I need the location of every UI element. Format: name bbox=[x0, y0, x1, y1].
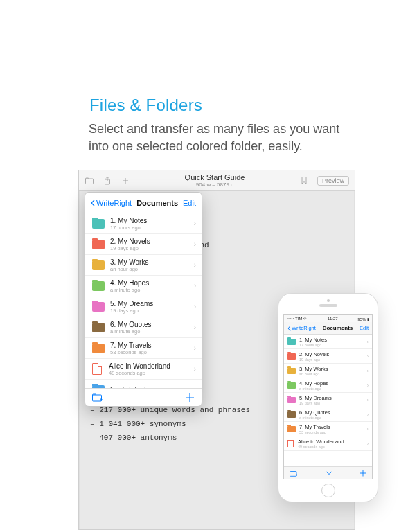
file-icon bbox=[287, 440, 294, 447]
folder-icon bbox=[287, 339, 296, 345]
new-folder-icon[interactable] bbox=[92, 393, 103, 402]
preview-button[interactable]: Preview bbox=[317, 176, 349, 186]
document-name: Alice in Wonderland bbox=[109, 362, 194, 370]
iphone-document-row[interactable]: 2. My Novels19 days ago› bbox=[284, 349, 372, 364]
iphone-document-row[interactable]: 5. My Dreams19 days ago› bbox=[284, 393, 372, 407]
document-row[interactable]: Alice in Wonderland49 seconds ago› bbox=[85, 359, 202, 380]
folder-icon bbox=[92, 281, 105, 291]
chevron-right-icon: › bbox=[194, 220, 196, 227]
document-meta: 17 hours ago bbox=[299, 343, 367, 347]
document-row[interactable]: English texts› bbox=[85, 380, 202, 388]
chevron-right-icon: › bbox=[194, 365, 196, 373]
chevron-down-icon[interactable] bbox=[325, 470, 333, 475]
chevron-right-icon: › bbox=[367, 398, 369, 402]
share-toolbar-icon[interactable] bbox=[103, 176, 112, 186]
iphone-document-row[interactable]: 4. My Hopesa minute ago› bbox=[284, 378, 372, 393]
folder-icon bbox=[287, 368, 296, 374]
edit-button[interactable]: Edit bbox=[183, 199, 196, 207]
folder-icon bbox=[287, 426, 296, 432]
iphone-document-row[interactable]: 1. My Notes17 hours ago› bbox=[284, 335, 372, 349]
folder-icon bbox=[92, 260, 105, 270]
folder-icon bbox=[287, 397, 296, 403]
document-name: 4. My Hopes bbox=[299, 380, 367, 387]
iphone-document-row[interactable]: Alice in Wonderland49 seconds ago› bbox=[284, 436, 372, 451]
iphone-document-row[interactable]: 6. My Quotesa minute ago› bbox=[284, 407, 372, 422]
iphone-screen: ••••• TIM ᯤ 11:27 95% ▮ WriteRight Docum… bbox=[283, 314, 373, 479]
iphone-document-list: 1. My Notes17 hours ago›2. My Novels19 d… bbox=[284, 335, 372, 466]
document-row[interactable]: 1. My Notes17 hours ago› bbox=[85, 213, 202, 234]
svg-rect-3 bbox=[290, 471, 297, 476]
document-row[interactable]: 4. My Hopesa minute ago› bbox=[85, 276, 202, 296]
chevron-right-icon: › bbox=[367, 339, 369, 344]
document-name: 3. My Works bbox=[299, 366, 367, 372]
status-bar: ••••• TIM ᯤ 11:27 95% ▮ bbox=[284, 315, 372, 322]
iphone-document-row[interactable]: 3. My Worksan hour ago› bbox=[284, 364, 372, 378]
document-name: 1. My Notes bbox=[299, 337, 367, 343]
iphone-nav: WriteRight Documents Edit bbox=[284, 322, 372, 335]
iphone-document-row[interactable]: 7. My Travels53 seconds ago› bbox=[284, 422, 372, 436]
document-meta: 19 days ago bbox=[299, 401, 367, 405]
document-meta: a minute ago bbox=[110, 287, 194, 293]
document-name: 5. My Dreams bbox=[299, 395, 367, 401]
iphone-new-folder-icon[interactable] bbox=[290, 470, 298, 477]
bookmark-toolbar-icon[interactable] bbox=[299, 176, 309, 186]
iphone-back-button[interactable]: WriteRight bbox=[287, 325, 316, 331]
chevron-right-icon: › bbox=[367, 427, 369, 432]
popover-title: Documents bbox=[136, 199, 178, 207]
document-row[interactable]: 5. My Dreams19 days ago› bbox=[85, 296, 202, 317]
chevron-right-icon: › bbox=[194, 344, 196, 352]
document-name: 6. My Quotes bbox=[299, 409, 367, 416]
documents-popover: WriteRight Documents Edit 1. My Notes17 … bbox=[85, 192, 202, 407]
iphone-footer bbox=[284, 466, 372, 479]
folder-icon bbox=[92, 302, 105, 312]
document-name: 1. My Notes bbox=[110, 217, 194, 224]
document-name: 7. My Travels bbox=[110, 342, 194, 349]
document-meta: 49 seconds ago bbox=[109, 370, 194, 376]
document-meta: 49 seconds ago bbox=[298, 445, 367, 449]
popover-header: WriteRight Documents Edit bbox=[85, 193, 202, 213]
chevron-right-icon: › bbox=[194, 323, 196, 331]
folder-toolbar-icon[interactable] bbox=[85, 176, 94, 186]
iphone-add-icon[interactable] bbox=[360, 470, 366, 477]
document-name: 3. My Works bbox=[110, 258, 194, 266]
folder-icon bbox=[92, 219, 105, 229]
add-icon[interactable] bbox=[185, 393, 195, 402]
chevron-right-icon: › bbox=[367, 412, 369, 417]
document-meta: 19 days ago bbox=[299, 357, 367, 362]
iphone-edit-button[interactable]: Edit bbox=[360, 325, 369, 331]
document-row[interactable]: 3. My Worksan hour ago› bbox=[85, 255, 202, 276]
back-label: WriteRight bbox=[96, 199, 132, 207]
folder-icon bbox=[287, 353, 296, 360]
document-name: 6. My Quotes bbox=[110, 321, 194, 328]
page-title: Files & Folders bbox=[89, 96, 202, 115]
document-name: Alice in Wonderland bbox=[298, 438, 367, 445]
chevron-right-icon: › bbox=[194, 240, 196, 248]
iphone-device: ••••• TIM ᯤ 11:27 95% ▮ WriteRight Docum… bbox=[278, 293, 378, 502]
document-meta: a minute ago bbox=[110, 328, 194, 335]
folder-icon bbox=[287, 382, 296, 389]
document-stats: 904 w – 5879 c bbox=[130, 181, 299, 188]
back-button[interactable]: WriteRight bbox=[91, 199, 132, 207]
document-meta: 19 days ago bbox=[110, 245, 194, 251]
file-icon bbox=[92, 363, 102, 375]
status-battery: 95% ▮ bbox=[357, 317, 369, 321]
document-title: Quick Start Guide bbox=[130, 173, 299, 181]
document-meta: a minute ago bbox=[299, 387, 367, 391]
document-meta: an hour ago bbox=[110, 266, 194, 272]
folder-icon bbox=[92, 344, 105, 353]
document-row[interactable]: 2. My Novels19 days ago› bbox=[85, 234, 202, 255]
document-row[interactable]: 6. My Quotesa minute ago› bbox=[85, 317, 202, 338]
add-toolbar-icon[interactable] bbox=[121, 176, 130, 186]
chevron-right-icon: › bbox=[194, 303, 196, 310]
folder-icon bbox=[92, 323, 105, 332]
chevron-right-icon: › bbox=[367, 369, 369, 373]
home-button[interactable] bbox=[321, 484, 335, 497]
document-row[interactable]: 7. My Travels53 seconds ago› bbox=[85, 338, 202, 359]
document-name: 4. My Hopes bbox=[110, 279, 194, 287]
folder-icon bbox=[92, 240, 105, 249]
document-meta: 53 seconds ago bbox=[299, 430, 367, 434]
chevron-right-icon: › bbox=[367, 383, 369, 388]
document-meta: 19 days ago bbox=[110, 308, 194, 314]
chevron-right-icon: › bbox=[367, 354, 369, 359]
document-name: 5. My Dreams bbox=[110, 300, 194, 308]
